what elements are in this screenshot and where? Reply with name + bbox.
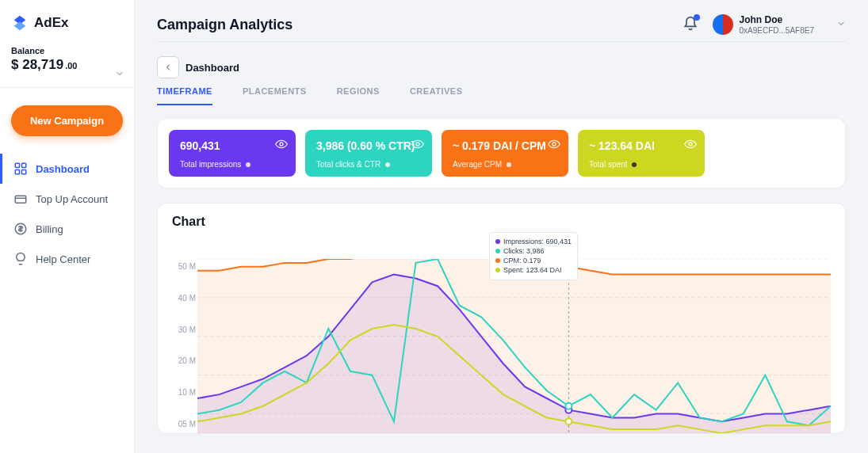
- breadcrumb: Dashboard: [185, 62, 239, 74]
- user-name: John Doe: [740, 14, 814, 25]
- legend-dot-icon: [495, 258, 500, 263]
- user-address: 0xA9ECFD...5AF8E7: [740, 26, 814, 35]
- kpi-value: 690,431: [180, 139, 285, 152]
- sidebar-item-label: Top Up Account: [36, 193, 108, 205]
- nav: Dashboard Top Up Account Billing Help Ce…: [0, 154, 134, 274]
- main: Campaign Analytics John Doe 0xA9ECFD...5…: [135, 0, 868, 453]
- y-tick: 50 M: [172, 262, 196, 271]
- dot-icon: [246, 162, 250, 167]
- brand-logo: AdEx: [0, 14, 134, 46]
- y-tick: 20 M: [172, 356, 196, 365]
- legend-cpm: CPM: 0.179: [503, 256, 541, 265]
- sidebar: AdEx Balance $ 28,719 .00 New Campaign D…: [0, 0, 135, 453]
- y-tick: 30 M: [172, 325, 196, 334]
- kpi-sub: Total spent: [589, 160, 627, 169]
- chart-plot: [197, 259, 831, 433]
- help-icon: [13, 252, 28, 266]
- avatar: [713, 14, 733, 35]
- tab-placements[interactable]: PLACEMENTS: [243, 86, 307, 105]
- dot-icon: [507, 162, 511, 167]
- kpi-sub: Total clicks & CTR: [316, 160, 380, 169]
- y-tick: 40 M: [172, 294, 196, 303]
- sidebar-item-label: Billing: [36, 223, 63, 235]
- kpi-value: 3,986 (0.60 % CTR): [316, 139, 421, 152]
- svg-point-8: [553, 143, 556, 146]
- balance-cents: .00: [65, 61, 77, 70]
- legend-clicks: Clicks: 3,986: [503, 246, 545, 256]
- notification-dot: [694, 14, 700, 21]
- kpi-value: ~ 123.64 DAI: [589, 139, 694, 152]
- kpi-spent[interactable]: ~ 123.64 DAI Total spent: [578, 130, 705, 177]
- legend-dot-icon: [495, 249, 500, 253]
- chevron-down-icon: [836, 18, 846, 31]
- tabs: TIMEFRAME PLACEMENTS REGIONS CREATIVES: [157, 86, 846, 105]
- eye-icon[interactable]: [411, 138, 424, 150]
- svg-rect-4: [15, 196, 26, 203]
- dashboard-icon: [13, 162, 28, 176]
- kpi-sub: Total impressions: [180, 160, 241, 169]
- topbar: Campaign Analytics John Doe 0xA9ECFD...5…: [157, 14, 846, 35]
- billing-icon: [13, 222, 28, 236]
- eye-icon[interactable]: [684, 138, 697, 150]
- sidebar-item-label: Help Center: [36, 253, 90, 265]
- svg-rect-1: [22, 163, 26, 167]
- y-axis-labels: 50 M 40 M 30 M 20 M 10 M 05 M: [172, 262, 196, 428]
- svg-point-9: [689, 143, 692, 146]
- svg-rect-3: [22, 170, 26, 174]
- kpi-row: 690,431 Total impressions 3,986 (0.60 % …: [157, 118, 846, 188]
- kpi-value: ~ 0.179 DAI / CPM: [453, 139, 557, 152]
- chart-area: Impressions: 690,431 Clicks: 3,986 CPM: …: [172, 235, 831, 433]
- legend-impressions: Impressions: 690,431: [503, 237, 572, 246]
- chart-tooltip: Impressions: 690,431 Clicks: 3,986 CPM: …: [489, 232, 578, 280]
- svg-point-6: [280, 143, 283, 146]
- kpi-cpm[interactable]: ~ 0.179 DAI / CPM Average CPM: [442, 130, 568, 177]
- brand-name: AdEx: [34, 15, 68, 31]
- legend-spent: Spent: 123.64 DAI: [503, 265, 562, 275]
- legend-dot-icon: [495, 239, 500, 244]
- adex-icon: [11, 14, 29, 32]
- dot-icon: [385, 162, 390, 167]
- eye-icon[interactable]: [275, 138, 288, 150]
- notifications-button[interactable]: [683, 16, 698, 34]
- divider: [157, 41, 846, 42]
- svg-point-7: [416, 143, 419, 146]
- sidebar-item-billing[interactable]: Billing: [0, 214, 134, 244]
- tab-regions[interactable]: REGIONS: [337, 86, 380, 105]
- kpi-impressions[interactable]: 690,431 Total impressions: [169, 130, 296, 177]
- sidebar-item-label: Dashboard: [36, 163, 90, 175]
- chevron-left-icon: [163, 63, 173, 72]
- balance-box[interactable]: Balance $ 28,719 .00: [0, 46, 134, 88]
- dot-icon: [632, 162, 637, 167]
- chart-card: Chart Impressions: 690,431 Clicks: 3,986…: [157, 203, 846, 434]
- tab-timeframe[interactable]: TIMEFRAME: [157, 86, 212, 105]
- y-tick: 05 M: [172, 420, 196, 428]
- sidebar-item-help[interactable]: Help Center: [0, 244, 134, 274]
- kpi-sub: Average CPM: [453, 160, 502, 169]
- topup-icon: [13, 192, 28, 206]
- balance-label: Balance: [11, 46, 123, 55]
- svg-rect-0: [15, 163, 19, 167]
- user-menu[interactable]: John Doe 0xA9ECFD...5AF8E7: [713, 14, 846, 35]
- tab-creatives[interactable]: CREATIVES: [410, 86, 463, 105]
- svg-point-18: [565, 403, 572, 409]
- balance-amount: $ 28,719: [11, 57, 63, 73]
- new-campaign-button[interactable]: New Campaign: [11, 105, 123, 136]
- sidebar-item-topup[interactable]: Top Up Account: [0, 184, 134, 214]
- svg-point-20: [565, 418, 572, 424]
- chart-title: Chart: [172, 215, 831, 229]
- chevron-down-icon: [115, 68, 124, 81]
- eye-icon[interactable]: [548, 138, 560, 150]
- back-button[interactable]: [157, 56, 179, 78]
- sidebar-item-dashboard[interactable]: Dashboard: [0, 154, 134, 184]
- svg-rect-2: [15, 170, 19, 174]
- legend-dot-icon: [495, 268, 500, 272]
- y-tick: 10 M: [172, 388, 196, 397]
- page-title: Campaign Analytics: [157, 17, 293, 33]
- kpi-clicks[interactable]: 3,986 (0.60 % CTR) Total clicks & CTR: [305, 130, 432, 177]
